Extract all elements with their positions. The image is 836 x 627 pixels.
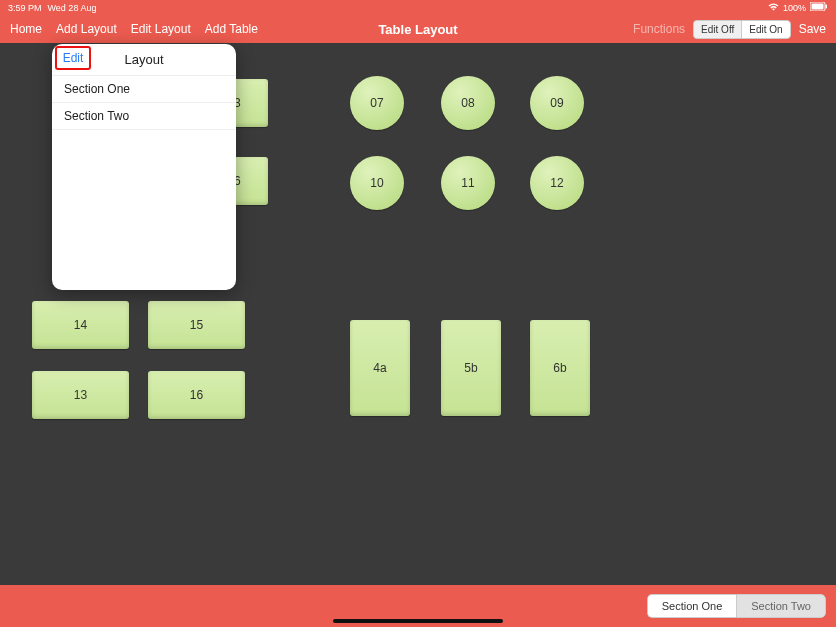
nav-add-table[interactable]: Add Table xyxy=(205,22,258,36)
nav-add-layout[interactable]: Add Layout xyxy=(56,22,117,36)
table-6b[interactable]: 6b xyxy=(530,320,590,416)
svg-rect-1 xyxy=(812,4,824,10)
section-switcher[interactable]: Section One Section Two xyxy=(647,594,826,618)
edit-off[interactable]: Edit Off xyxy=(693,20,741,39)
edit-toggle[interactable]: Edit Off Edit On xyxy=(693,20,791,39)
top-bar: Home Add Layout Edit Layout Add Table Ta… xyxy=(0,15,836,43)
section-two-tab[interactable]: Section Two xyxy=(736,594,826,618)
table-16[interactable]: 16 xyxy=(148,371,245,419)
status-time: 3:59 PM xyxy=(8,3,42,13)
status-date: Wed 28 Aug xyxy=(48,3,97,13)
battery-icon xyxy=(810,2,828,13)
edit-on[interactable]: Edit On xyxy=(741,20,790,39)
table-4a[interactable]: 4a xyxy=(350,320,410,416)
table-10[interactable]: 10 xyxy=(350,156,404,210)
table-09[interactable]: 09 xyxy=(530,76,584,130)
nav-home[interactable]: Home xyxy=(10,22,42,36)
nav-functions[interactable]: Functions xyxy=(633,22,685,36)
wifi-icon xyxy=(768,3,779,13)
popover-edit-button[interactable]: Edit xyxy=(58,49,88,67)
section-one-tab[interactable]: Section One xyxy=(647,594,737,618)
svg-rect-2 xyxy=(826,5,828,9)
table-13[interactable]: 13 xyxy=(32,371,129,419)
battery-text: 100% xyxy=(783,3,806,13)
page-title: Table Layout xyxy=(378,22,457,37)
table-11[interactable]: 11 xyxy=(441,156,495,210)
table-07[interactable]: 07 xyxy=(350,76,404,130)
layout-popover: Edit Layout Section One Section Two xyxy=(52,44,236,290)
table-12[interactable]: 12 xyxy=(530,156,584,210)
home-indicator xyxy=(333,619,503,623)
table-5b[interactable]: 5b xyxy=(441,320,501,416)
nav-save[interactable]: Save xyxy=(799,22,826,36)
table-15[interactable]: 15 xyxy=(148,301,245,349)
status-bar: 3:59 PM Wed 28 Aug 100% xyxy=(0,0,836,15)
table-14[interactable]: 14 xyxy=(32,301,129,349)
popover-item-section-one[interactable]: Section One xyxy=(52,76,236,103)
table-08[interactable]: 08 xyxy=(441,76,495,130)
popover-title: Layout xyxy=(124,52,163,67)
popover-item-section-two[interactable]: Section Two xyxy=(52,103,236,130)
nav-edit-layout[interactable]: Edit Layout xyxy=(131,22,191,36)
